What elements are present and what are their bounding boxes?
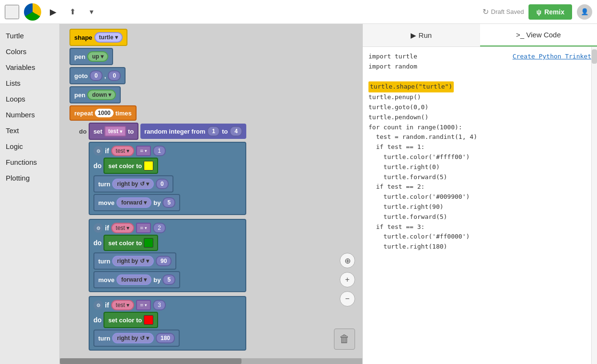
shape-block-row: shape turtle ▾	[69, 29, 246, 46]
sidebar-item-turtle[interactable]: Turtle	[0, 28, 59, 44]
remix-button[interactable]: Remix	[528, 4, 572, 20]
crosshair-button[interactable]: ⊕	[340, 253, 355, 268]
if2-label: if	[105, 224, 109, 232]
sidebar-item-colors[interactable]: Colors	[0, 44, 59, 59]
more-button[interactable]: ▾	[84, 5, 99, 19]
turn1-block[interactable]: turn right by ↺ ▾ 0	[93, 175, 173, 193]
code-line-13: turtle.forward(5)	[368, 172, 591, 182]
create-python-link[interactable]: Create Python Trinket	[513, 52, 591, 62]
turn2-block[interactable]: turn right by ↺ ▾ 90	[93, 252, 176, 270]
goto-y[interactable]: 0	[108, 70, 121, 81]
move2-value[interactable]: 5	[162, 274, 175, 285]
if-block-1: ⚙ if test ▾ = 1 do set color to turn	[89, 142, 246, 215]
code-panel: ▶ Run >_ View Code Create Python Trinket…	[362, 24, 597, 364]
color-swatch-1[interactable]	[144, 161, 153, 171]
pen-up-label: pen	[74, 53, 85, 60]
set-color-3-label: set color to	[108, 317, 142, 324]
if2-value[interactable]: 2	[153, 223, 166, 233]
goto-x[interactable]: 0	[90, 70, 103, 81]
turn3-value[interactable]: 180	[156, 333, 175, 343]
random-to-label: to	[222, 128, 228, 135]
forward1-dropdown[interactable]: forward ▾	[116, 197, 151, 208]
set-color-3-block[interactable]: set color to	[103, 312, 158, 328]
code-line-6: turtle.goto(0,0)	[368, 102, 591, 113]
block-canvas[interactable]: shape turtle ▾ pen up ▾ goto 0 , 0	[60, 24, 362, 364]
set-color-1-block[interactable]: set color to	[103, 158, 158, 174]
random-int-block[interactable]: random integer from 1 to 4	[140, 124, 246, 139]
move1-value[interactable]: 5	[162, 197, 175, 208]
gear-icon-3[interactable]: ⚙	[93, 300, 103, 310]
set-color-2-block[interactable]: set color to	[103, 235, 158, 251]
repeat-label: repeat	[74, 110, 93, 117]
if1-value[interactable]: 1	[153, 146, 166, 156]
pen-up-block[interactable]: pen up ▾	[69, 48, 113, 65]
pen-up-row: pen up ▾	[69, 48, 246, 65]
pen-down-block[interactable]: pen down ▾	[69, 86, 121, 103]
right-by-2-dropdown[interactable]: right by ↺ ▾	[112, 256, 154, 266]
sidebar-item-variables[interactable]: Variables	[0, 59, 59, 75]
user-button[interactable]: 👤	[577, 4, 592, 20]
code-scrollbar[interactable]	[591, 47, 597, 364]
menu-button[interactable]	[5, 5, 19, 19]
move2-block[interactable]: move forward ▾ by 5	[93, 271, 180, 288]
tab-run[interactable]: ▶ Run	[363, 24, 480, 46]
main-area: Turtle Colors Variables Lists Loops Numb…	[0, 24, 597, 364]
sidebar-item-numbers[interactable]: Numbers	[0, 107, 59, 123]
scroll-thumb	[592, 49, 597, 64]
turn3-block[interactable]: turn right by ↺ ▾ 180	[93, 330, 180, 347]
random-from[interactable]: 1	[207, 126, 220, 136]
sidebar-item-text[interactable]: Text	[0, 123, 59, 138]
if2-eq[interactable]: =	[136, 223, 151, 233]
repeat-times: times	[115, 110, 132, 117]
code-line-16: turtle.right(90)	[368, 202, 591, 212]
sidebar-item-lists[interactable]: Lists	[0, 75, 59, 91]
repeat-count[interactable]: 1000	[95, 109, 114, 117]
if3-eq[interactable]: =	[136, 300, 151, 310]
move1-block[interactable]: move forward ▾ by 5	[93, 194, 180, 211]
shape-value[interactable]: turtle ▾	[94, 32, 123, 43]
color-swatch-2[interactable]	[144, 238, 153, 248]
canvas-controls: ⊕ + −	[340, 253, 355, 307]
pen-down-value[interactable]: down ▾	[87, 90, 116, 100]
sidebar-item-plotting[interactable]: Plotting	[0, 170, 59, 186]
if3-row: ⚙ if test ▾ = 3	[93, 300, 241, 310]
repeat-block[interactable]: repeat 1000 times	[69, 105, 137, 121]
zoom-in-button[interactable]: +	[340, 272, 355, 287]
trash-button[interactable]: 🗑	[334, 329, 355, 350]
if1-eq[interactable]: =	[136, 146, 151, 156]
right-by-3-dropdown[interactable]: right by ↺ ▾	[112, 333, 154, 343]
sidebar-item-loops[interactable]: Loops	[0, 91, 59, 107]
logo	[24, 3, 41, 21]
zoom-out-button[interactable]: −	[340, 291, 355, 307]
forward2-dropdown[interactable]: forward ▾	[116, 274, 151, 285]
pen-up-value[interactable]: up ▾	[87, 51, 108, 62]
random-to[interactable]: 4	[230, 126, 242, 136]
shape-block[interactable]: shape turtle ▾	[69, 29, 127, 46]
if1-test-var[interactable]: test ▾	[111, 146, 135, 156]
test-var-dropdown[interactable]: test	[104, 126, 126, 136]
if2-test-var[interactable]: test ▾	[111, 223, 135, 233]
toolbar: ⬆ ▾ Draft Saved Remix 👤	[0, 0, 597, 24]
toolbar-right: Draft Saved Remix 👤	[482, 4, 592, 20]
turn2-value[interactable]: 90	[156, 256, 172, 266]
tab-view-code[interactable]: >_ View Code	[480, 24, 597, 46]
code-panel-tabs: ▶ Run >_ View Code	[363, 24, 597, 47]
color-swatch-3[interactable]	[144, 315, 153, 325]
sidebar-item-logic[interactable]: Logic	[0, 138, 59, 154]
canvas-hscroll[interactable]	[60, 358, 362, 364]
play-button[interactable]	[46, 5, 60, 19]
if3-test-var[interactable]: test ▾	[111, 300, 135, 310]
code-line-3	[368, 72, 591, 82]
code-line-9: test = random.randint(1, 4)	[368, 132, 591, 142]
gear-icon-1[interactable]: ⚙	[93, 146, 103, 156]
if3-value[interactable]: 3	[153, 300, 166, 310]
gear-icon-2[interactable]: ⚙	[93, 223, 103, 233]
share-button[interactable]: ⬆	[65, 5, 80, 19]
sidebar-item-functions[interactable]: Functions	[0, 154, 59, 170]
turn1-value[interactable]: 0	[156, 179, 169, 189]
toolbar-left: ⬆ ▾	[5, 3, 478, 21]
goto-block[interactable]: goto 0 , 0	[69, 67, 126, 84]
right-by-1-dropdown[interactable]: right by ↺ ▾	[112, 179, 154, 189]
set-test-block[interactable]: set test to	[89, 123, 138, 140]
code-content[interactable]: Create Python Trinket import turtle impo…	[363, 47, 597, 364]
